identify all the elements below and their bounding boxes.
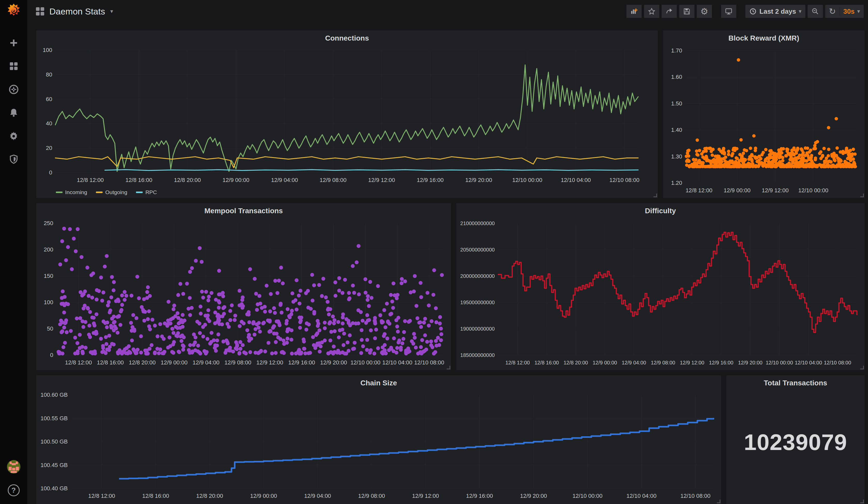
svg-text:12/10 08:00: 12/10 08:00 <box>680 493 710 499</box>
legend-item-incoming[interactable]: Incoming <box>56 189 87 195</box>
panel-title[interactable]: Chain Size <box>36 379 721 387</box>
panel-chain-size: Chain Size 12/8 12:0012/8 16:0012/8 20:0… <box>36 375 721 504</box>
connections-chart[interactable]: 12/8 12:0012/8 16:0012/8 20:0012/9 00:00… <box>38 44 656 186</box>
svg-text:100.45 GB: 100.45 GB <box>41 462 68 468</box>
svg-text:12/9 12:00: 12/9 12:00 <box>762 187 789 194</box>
legend-item-rpc[interactable]: RPC <box>136 189 157 195</box>
svg-text:100.60 GB: 100.60 GB <box>41 392 68 398</box>
server-admin-shield-icon[interactable] <box>8 154 19 165</box>
svg-text:250: 250 <box>44 220 53 226</box>
svg-text:100: 100 <box>43 47 52 53</box>
svg-text:200000000000: 200000000000 <box>461 273 495 279</box>
refresh-picker[interactable]: ↻ 30s ▾ <box>825 5 864 18</box>
refresh-interval-label[interactable]: 30s <box>844 8 855 16</box>
user-avatar[interactable] <box>7 460 20 473</box>
svg-text:12/9 12:00: 12/9 12:00 <box>368 177 395 183</box>
svg-text:200: 200 <box>44 246 53 253</box>
panel-title[interactable]: Difficulty <box>456 207 865 215</box>
panel-title[interactable]: Block Reward (XMR) <box>663 34 865 42</box>
svg-text:80: 80 <box>46 71 52 78</box>
save-button[interactable] <box>679 5 694 18</box>
svg-text:12/9 20:00: 12/9 20:00 <box>520 493 547 499</box>
dashboards-icon[interactable] <box>8 61 19 72</box>
time-range-label: Last 2 days <box>760 8 796 16</box>
panel-total-transactions: Total Transactions 10239079 <box>726 375 865 504</box>
svg-text:12/8 16:00: 12/8 16:00 <box>97 359 124 366</box>
svg-text:12/9 20:00: 12/9 20:00 <box>320 359 347 366</box>
svg-text:12/8 20:00: 12/8 20:00 <box>174 177 201 183</box>
svg-text:1.70: 1.70 <box>671 47 682 54</box>
dashboard-grid: Connections 12/8 12:0012/8 16:0012/8 20:… <box>27 23 868 504</box>
svg-text:12/8 16:00: 12/8 16:00 <box>125 177 152 183</box>
svg-text:205000000000: 205000000000 <box>461 247 495 253</box>
svg-text:0: 0 <box>50 352 53 358</box>
svg-text:12/10 08:00: 12/10 08:00 <box>609 177 639 183</box>
svg-text:12/9 04:00: 12/9 04:00 <box>304 493 331 499</box>
tv-mode-button[interactable] <box>721 5 736 18</box>
svg-text:12/9 00:00: 12/9 00:00 <box>250 493 277 499</box>
svg-text:210000000000: 210000000000 <box>461 220 495 226</box>
rpc-series-color <box>136 192 143 193</box>
settings-gear-button[interactable]: ⚙ <box>696 5 712 18</box>
panel-title[interactable]: Total Transactions <box>726 379 865 387</box>
panel-title[interactable]: Connections <box>36 34 658 42</box>
legend-item-outgoing[interactable]: Outgoing <box>96 189 127 195</box>
svg-text:12/9 16:00: 12/9 16:00 <box>417 177 444 183</box>
panel-resize-handle[interactable] <box>717 500 720 503</box>
zoom-out-button[interactable] <box>807 5 823 18</box>
difficulty-chart[interactable]: 12/8 12:0012/8 16:0012/8 20:0012/9 00:00… <box>458 217 863 369</box>
svg-text:1.40: 1.40 <box>671 127 682 133</box>
svg-text:100.40 GB: 100.40 GB <box>41 485 68 492</box>
svg-text:12/9 04:00: 12/9 04:00 <box>193 359 219 366</box>
svg-text:12/8 16:00: 12/8 16:00 <box>142 493 169 499</box>
svg-text:12/9 08:00: 12/9 08:00 <box>224 359 251 366</box>
legend: Incoming Outgoing RPC <box>56 189 157 195</box>
topbar: Daemon Stats ▾ ⚙ Last 2 days ▾ <box>27 0 868 23</box>
svg-text:190000000000: 190000000000 <box>461 326 495 332</box>
panel-resize-handle[interactable] <box>860 194 864 197</box>
panel-title[interactable]: Mempool Transactions <box>36 207 451 215</box>
svg-text:12/9 00:00: 12/9 00:00 <box>593 360 617 366</box>
legend-label: Incoming <box>65 189 87 195</box>
explore-compass-icon[interactable] <box>8 84 19 95</box>
svg-text:100: 100 <box>44 299 53 306</box>
block-reward-chart[interactable]: 12/8 12:0012/9 00:0012/9 12:0012/10 00:0… <box>664 44 863 197</box>
alerting-bell-icon[interactable] <box>8 107 19 119</box>
svg-text:12/9 08:00: 12/9 08:00 <box>651 360 675 366</box>
svg-text:60: 60 <box>46 96 52 102</box>
refresh-caret-icon: ▾ <box>857 8 860 15</box>
svg-text:12/9 12:00: 12/9 12:00 <box>412 493 439 499</box>
total-transactions-value: 10239079 <box>726 429 865 455</box>
add-icon[interactable] <box>8 37 19 49</box>
panel-resize-handle[interactable] <box>653 194 657 197</box>
svg-text:12/10 00:00: 12/10 00:00 <box>766 360 793 366</box>
svg-text:12/8 12:00: 12/8 12:00 <box>685 187 712 194</box>
gear-icon: ⚙ <box>701 6 708 17</box>
svg-text:12/9 00:00: 12/9 00:00 <box>223 177 249 183</box>
svg-text:195000000000: 195000000000 <box>461 300 495 305</box>
panel-difficulty: Difficulty 12/8 12:0012/8 16:0012/8 20:0… <box>456 203 865 370</box>
help-icon[interactable]: ? <box>8 484 20 496</box>
panel-resize-handle[interactable] <box>860 366 864 369</box>
panel-resize-handle[interactable] <box>860 500 864 503</box>
mempool-chart[interactable]: 12/8 12:0012/8 16:0012/8 20:0012/9 00:00… <box>38 217 450 369</box>
grafana-logo-icon[interactable] <box>6 3 22 19</box>
share-button[interactable] <box>661 5 677 18</box>
add-panel-button[interactable] <box>626 5 642 18</box>
svg-text:12/8 12:00: 12/8 12:00 <box>88 493 115 499</box>
refresh-icon[interactable]: ↻ <box>829 7 836 16</box>
panel-resize-handle[interactable] <box>447 366 450 369</box>
svg-text:12/9 20:00: 12/9 20:00 <box>465 177 492 183</box>
chain-size-chart[interactable]: 12/8 12:0012/8 16:0012/8 20:0012/9 00:00… <box>38 389 720 503</box>
dashboard-title[interactable]: Daemon Stats <box>49 7 105 17</box>
panel-connections: Connections 12/8 12:0012/8 16:0012/8 20:… <box>36 31 658 198</box>
time-range-picker[interactable]: Last 2 days ▾ <box>745 5 805 18</box>
star-button[interactable] <box>644 5 659 18</box>
incoming-series-color <box>56 192 63 193</box>
svg-text:12/9 04:00: 12/9 04:00 <box>622 360 646 366</box>
title-caret-icon[interactable]: ▾ <box>110 8 113 15</box>
svg-text:12/10 00:00: 12/10 00:00 <box>798 187 828 194</box>
dashboard-grid-icon[interactable] <box>36 7 44 16</box>
help-glyph: ? <box>11 486 16 494</box>
configuration-gear-icon[interactable] <box>8 130 19 142</box>
